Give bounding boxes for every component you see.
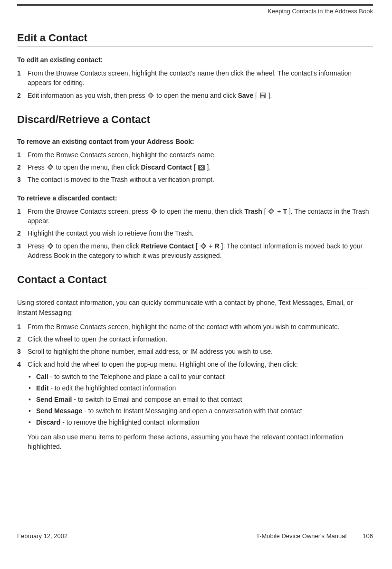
step: 3 Press to open the menu, then click Ret…	[17, 241, 373, 261]
chapter-title: Keeping Contacts in the Address Book	[17, 8, 373, 15]
step-text: Press to open the menu, then click Retri…	[28, 241, 373, 261]
subhead-remove: To remove an existing contact from your …	[17, 138, 373, 145]
steps-contact: 1 From the Browse Contacts screen, highl…	[17, 322, 373, 369]
step: 2 Edit information as you wish, then pre…	[17, 91, 373, 100]
text-frag: [	[196, 242, 200, 250]
step-number: 1	[17, 150, 28, 160]
bold-text: Call	[36, 373, 48, 380]
step-text: Press to open the menu, then click Disca…	[28, 162, 373, 172]
step-text: Click and hold the wheel to open the pop…	[28, 360, 373, 369]
text-frag: Press	[28, 242, 47, 250]
steps-remove: 1 From the Browse Contacts screen, highl…	[17, 150, 373, 185]
section-rule	[17, 128, 373, 128]
text-frag: Press	[28, 163, 47, 171]
step-number: 2	[17, 91, 28, 100]
bold-text: Retrieve Contact	[141, 242, 194, 250]
subhead-retrieve: To retrieve a discarded contact:	[17, 194, 373, 202]
bold-text: Edit	[36, 384, 48, 392]
step-number: 3	[17, 347, 28, 356]
section-title-contact: Contact a Contact	[17, 274, 373, 286]
step-number: 3	[17, 241, 28, 251]
text-frag: to open the menu, then click	[56, 163, 141, 171]
bold-text: T	[283, 208, 287, 215]
text-frag: to open the menu, then click	[56, 242, 141, 250]
text-frag: - to remove the highlighted contact info…	[62, 418, 199, 426]
text-frag: ].	[207, 163, 211, 171]
step-text: Click the wheel to open the contact info…	[28, 334, 373, 344]
bold-text: Discard Contact	[141, 163, 192, 171]
step-text: Scroll to highlight the phone number, em…	[28, 347, 373, 356]
intro-paragraph: Using stored contact information, you ca…	[17, 298, 373, 317]
list-item: Edit - to edit the highlighted contact i…	[28, 383, 373, 393]
diamond-icon	[47, 164, 54, 171]
step: 2 Press to open the menu, then click Dis…	[17, 162, 373, 172]
step-number: 2	[17, 228, 28, 238]
list-item: Send Email - to switch to Email and comp…	[28, 395, 373, 405]
step-text: From the Browse Contacts screen, highlig…	[28, 68, 373, 88]
page-footer: February 12, 2002 T-Mobile Device Owner'…	[17, 532, 373, 551]
section-title-edit: Edit a Contact	[17, 32, 373, 44]
step: 3 Scroll to highlight the phone number, …	[17, 347, 373, 356]
list-item: Send Message - to switch to Instant Mess…	[28, 406, 373, 416]
step-text: Edit information as you wish, then press…	[28, 91, 373, 100]
step-number: 1	[17, 68, 28, 78]
discard-icon	[198, 165, 205, 171]
step: 1 From the Browse Contacts screen, highl…	[17, 68, 373, 88]
bold-text: R	[214, 242, 219, 250]
step: 4 Click and hold the wheel to open the p…	[17, 360, 373, 369]
text-frag: Edit information as you wish, then press	[28, 92, 147, 99]
text-frag: ].	[268, 92, 272, 99]
step: 3 The contact is moved to the Trash with…	[17, 175, 373, 184]
section-rule	[17, 46, 373, 47]
step-text: From the Browse Contacts screen, highlig…	[28, 150, 373, 160]
text-frag: - to switch to Instant Messaging and ope…	[84, 407, 302, 415]
diamond-icon	[47, 243, 54, 249]
footer-date: February 12, 2002	[17, 532, 67, 540]
save-icon	[259, 92, 266, 99]
footer-manual: T-Mobile Device Owner's Manual	[256, 532, 346, 540]
text-frag: +	[209, 242, 214, 250]
step-text: Highlight the contact you wish to retrie…	[28, 228, 373, 238]
section-rule	[17, 288, 373, 288]
step: 1 From the Browse Contacts screen, highl…	[17, 322, 373, 332]
footer-page: 106	[363, 532, 373, 540]
text-frag: +	[277, 208, 283, 215]
step-number: 4	[17, 360, 28, 369]
list-item: Call - to switch to the Telephone and pl…	[28, 372, 373, 382]
steps-retrieve: 1 From the Browse Contacts screen, press…	[17, 207, 373, 260]
svg-rect-3	[261, 93, 265, 95]
step-number: 2	[17, 334, 28, 344]
note-paragraph: You can also use menu items to perform t…	[28, 432, 373, 452]
step-number: 1	[17, 207, 28, 216]
step-text: The contact is moved to the Trash withou…	[28, 175, 373, 184]
steps-edit: 1 From the Browse Contacts screen, highl…	[17, 68, 373, 100]
step: 2 Click the wheel to open the contact in…	[17, 334, 373, 344]
svg-rect-4	[261, 96, 264, 98]
subhead-edit: To edit an existing contact:	[17, 56, 373, 64]
step-text: From the Browse Contacts screen, press t…	[28, 207, 373, 226]
bold-text: Save	[238, 92, 253, 99]
diamond-icon	[151, 208, 157, 215]
step-number: 2	[17, 162, 28, 172]
text-frag: From the Browse Contacts screen, press	[28, 208, 150, 215]
list-item: Discard - to remove the highlighted cont…	[28, 417, 373, 427]
bold-text: Discard	[36, 418, 60, 426]
text-frag: - to edit the highlighted contact inform…	[50, 384, 176, 392]
step: 2 Highlight the contact you wish to retr…	[17, 228, 373, 238]
step-number: 3	[17, 175, 28, 184]
bold-text: Trash	[244, 208, 262, 215]
diamond-icon	[200, 243, 207, 249]
step: 1 From the Browse Contacts screen, press…	[17, 207, 373, 226]
diamond-icon	[268, 208, 275, 215]
top-rule	[17, 4, 373, 6]
text-frag: - to switch to the Telephone and place a…	[50, 373, 225, 380]
text-frag: [	[194, 163, 196, 171]
options-list: Call - to switch to the Telephone and pl…	[28, 372, 373, 427]
text-frag: [	[255, 92, 259, 99]
step-text: From the Browse Contacts screen, highlig…	[28, 322, 373, 332]
text-frag: - to switch to Email and compose an emai…	[74, 396, 242, 403]
diamond-icon	[147, 92, 154, 99]
step-number: 1	[17, 322, 28, 332]
bold-text: Send Email	[36, 396, 72, 403]
section-title-discard: Discard/Retrieve a Contact	[17, 114, 373, 126]
